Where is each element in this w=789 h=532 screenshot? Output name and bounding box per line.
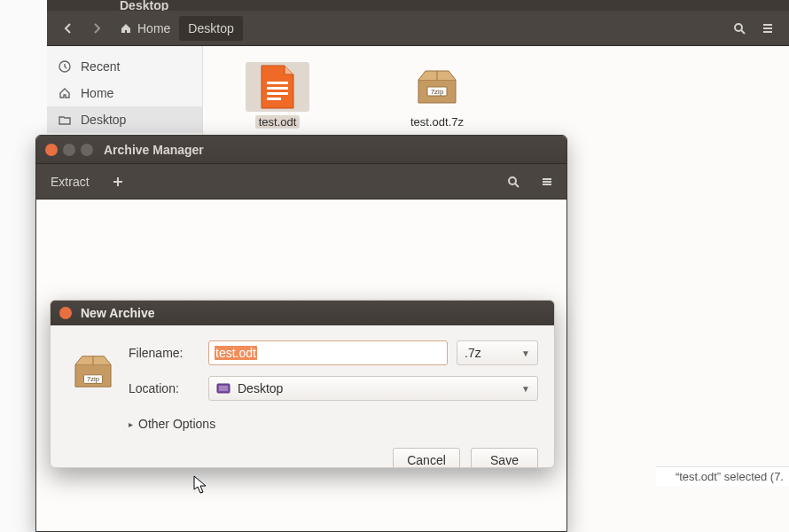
nav-forward-button[interactable] — [84, 16, 109, 41]
extension-combo[interactable]: .7z ▼ — [457, 340, 538, 365]
archive-manager-titlebar[interactable]: Archive Manager — [36, 136, 566, 164]
file-item-testodt[interactable]: test.odt — [224, 59, 331, 132]
home-icon — [120, 22, 132, 35]
save-label: Save — [490, 453, 519, 467]
sidebar-item-label: Recent — [81, 59, 120, 74]
sidebar-item-home[interactable]: Home — [47, 80, 202, 106]
svg-rect-2 — [267, 82, 288, 84]
svg-rect-12 — [219, 386, 228, 391]
file-label: test.odt.7z — [407, 115, 467, 129]
clock-icon — [58, 59, 72, 74]
search-icon — [507, 176, 519, 188]
desktop-folder-icon — [216, 382, 230, 395]
archive-menu-button[interactable] — [536, 171, 558, 192]
chevron-down-icon: ▼ — [521, 384, 530, 394]
sidebar-item-label: Home — [81, 86, 113, 100]
dialog-close-button[interactable] — [59, 307, 72, 319]
svg-point-8 — [509, 177, 516, 184]
triangle-right-icon: ▸ — [129, 419, 133, 429]
extract-button[interactable]: Extract — [45, 171, 95, 192]
extract-label: Extract — [51, 175, 90, 189]
window-close-button[interactable] — [45, 144, 58, 156]
sidebar-item-desktop[interactable]: Desktop — [47, 106, 202, 133]
svg-text:7zip: 7zip — [431, 88, 444, 96]
svg-rect-4 — [267, 92, 288, 95]
filename-input[interactable]: test.odt — [208, 340, 448, 365]
files-window-titlebar: Desktop — [47, 0, 789, 11]
window-minimize-button[interactable] — [63, 144, 75, 156]
dialog-titlebar[interactable]: New Archive — [51, 301, 554, 325]
files-search-button[interactable] — [727, 16, 752, 41]
extension-value: .7z — [465, 346, 481, 360]
home-icon — [58, 86, 72, 100]
window-maximize-button[interactable] — [81, 144, 93, 156]
location-combo[interactable]: Desktop ▼ — [208, 376, 538, 401]
plus-icon — [112, 176, 124, 188]
other-options-label: Other Options — [138, 417, 215, 431]
archive-search-button[interactable] — [503, 171, 524, 192]
files-window-title: Desktop — [120, 0, 168, 11]
save-button[interactable]: Save — [471, 448, 538, 468]
7zip-box-icon: 7zip — [405, 62, 469, 112]
file-label: test.odt — [255, 115, 301, 129]
svg-text:7zip: 7zip — [87, 375, 99, 383]
cancel-button[interactable]: Cancel — [393, 448, 460, 468]
svg-rect-3 — [267, 87, 288, 90]
add-button[interactable] — [107, 171, 129, 192]
location-label: Location: — [129, 381, 199, 395]
path-current-label: Desktop — [188, 21, 233, 35]
7zip-box-icon: 7zip — [72, 353, 114, 390]
cancel-label: Cancel — [407, 453, 446, 467]
path-home-label: Home — [137, 21, 170, 35]
filename-value: test.odt — [215, 346, 257, 360]
files-statusbar: “test.odt” selected (7. — [656, 466, 789, 486]
chevron-down-icon: ▼ — [521, 348, 530, 358]
other-options-disclosure[interactable]: ▸ Other Options — [129, 417, 538, 431]
archive-manager-toolbar: Extract — [36, 164, 566, 200]
filename-label: Filename: — [129, 346, 199, 360]
statusbar-text: “test.odt” selected (7. — [676, 470, 784, 483]
path-home-button[interactable]: Home — [111, 16, 179, 41]
hamburger-icon — [541, 176, 553, 188]
dialog-archive-icon: 7zip — [66, 351, 120, 390]
dialog-title: New Archive — [81, 306, 155, 320]
svg-point-0 — [735, 24, 742, 31]
files-toolbar: Home Desktop — [47, 11, 789, 46]
new-archive-dialog: New Archive 7zip Filename: test.odt .7z … — [50, 300, 555, 468]
odt-doc-icon — [246, 62, 309, 112]
sidebar-item-recent[interactable]: Recent — [47, 53, 202, 80]
file-item-testodt7z[interactable]: 7zip test.odt.7z — [384, 59, 490, 132]
files-viewmode-button[interactable] — [755, 16, 780, 41]
sidebar-item-label: Desktop — [81, 113, 126, 127]
nav-back-button[interactable] — [56, 16, 81, 41]
location-value: Desktop — [238, 381, 283, 395]
path-current-button[interactable]: Desktop — [179, 16, 242, 41]
svg-rect-5 — [267, 98, 281, 100]
archive-manager-title: Archive Manager — [104, 143, 204, 157]
folder-icon — [58, 113, 72, 127]
